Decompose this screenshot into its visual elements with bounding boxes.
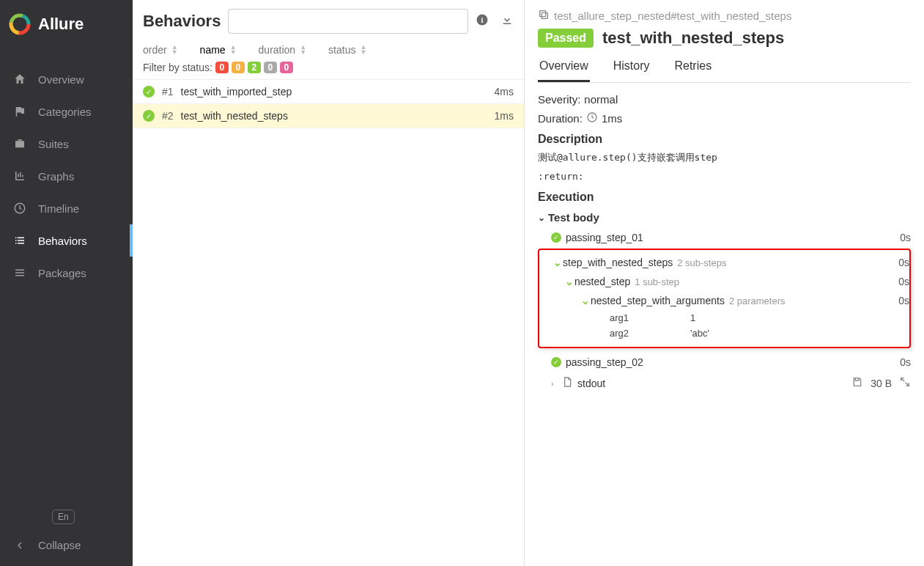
nav-label: Graphs — [38, 170, 74, 183]
status-filter-skipped[interactable]: 0 — [264, 62, 277, 73]
sort-arrows-icon: ▲▼ — [171, 45, 178, 55]
tab-overview[interactable]: Overview — [538, 54, 590, 82]
info-icon[interactable]: i — [476, 13, 489, 30]
nav-label: Suites — [38, 138, 69, 150]
nav-label: Overview — [38, 73, 84, 86]
svg-text:i: i — [481, 15, 484, 23]
brand-title: Allure — [38, 15, 84, 34]
sidebar-item-graphs[interactable]: Graphs — [0, 160, 133, 192]
breadcrumb-text: test_allure_step_nested#test_with_nested… — [554, 10, 791, 22]
layers-icon — [12, 266, 28, 279]
panel-title: Behaviors — [143, 12, 221, 31]
save-icon[interactable] — [851, 376, 863, 390]
sidebar: Allure Overview Categories Suites Graphs… — [0, 0, 133, 566]
row-num: #1 — [162, 86, 174, 98]
step-name: nested_step — [574, 276, 630, 287]
step-row[interactable]: ⌄ nested_step1 sub-step 0s — [539, 272, 909, 291]
language-selector[interactable]: En — [52, 510, 75, 524]
svg-rect-7 — [542, 12, 547, 18]
attachment-row[interactable]: › stdout 30 B — [538, 372, 911, 394]
sidebar-item-suites[interactable]: Suites — [0, 128, 133, 160]
status-filter-passed[interactable]: 2 — [248, 62, 261, 73]
tab-retries[interactable]: Retries — [673, 54, 713, 82]
row-num: #2 — [162, 110, 174, 122]
briefcase-icon — [12, 137, 28, 150]
search-input[interactable] — [228, 9, 468, 34]
step-name: passing_step_02 — [566, 356, 900, 368]
duration-label: Duration: — [538, 112, 583, 125]
chevron-left-icon — [12, 540, 28, 551]
clock-icon — [12, 202, 28, 215]
filter-row: Filter by status: 0 0 2 0 0 — [133, 60, 524, 79]
description-line: :return: — [538, 169, 911, 184]
chevron-down-icon: ⌄ — [552, 257, 563, 268]
download-icon[interactable] — [500, 13, 514, 30]
sidebar-item-packages[interactable]: Packages — [0, 257, 133, 289]
detail-panel: test_allure_step_nested#test_with_nested… — [525, 0, 924, 566]
sort-duration[interactable]: duration▲▼ — [259, 44, 307, 56]
nav-label: Behaviors — [38, 235, 87, 247]
passed-icon: ✓ — [551, 232, 561, 243]
chevron-down-icon: ⌄ — [580, 295, 591, 306]
sort-order[interactable]: order▲▼ — [143, 44, 178, 56]
expand-icon[interactable] — [899, 376, 911, 390]
test-row[interactable]: ✓ #1 test_with_imported_step 4ms — [133, 80, 524, 104]
step-duration: 0s — [900, 232, 911, 243]
sidebar-item-behaviors[interactable]: Behaviors — [0, 224, 133, 257]
step-sub: 2 parameters — [729, 295, 786, 306]
step-row[interactable]: ✓ passing_step_01 0s — [538, 228, 911, 247]
test-body-toggle[interactable]: ⌄ Test body — [538, 211, 911, 224]
passed-icon: ✓ — [143, 86, 155, 98]
status-filter-failed[interactable]: 0 — [215, 62, 229, 73]
sidebar-item-overview[interactable]: Overview — [0, 63, 133, 95]
row-duration: 4ms — [495, 86, 514, 98]
step-duration: 0s — [898, 276, 909, 287]
allure-logo-icon — [9, 13, 31, 35]
step-row[interactable]: ✓ passing_step_02 0s — [538, 353, 911, 372]
status-filter-broken[interactable]: 0 — [232, 62, 245, 73]
execution-heading: Execution — [538, 191, 911, 204]
logo-row: Allure — [0, 0, 133, 48]
sidebar-footer: En Collapse — [0, 502, 133, 566]
passed-icon: ✓ — [143, 110, 155, 122]
step-row[interactable]: ⌄ nested_step_with_arguments2 parameters… — [539, 291, 909, 310]
sidebar-item-categories[interactable]: Categories — [0, 95, 133, 128]
clock-icon — [586, 111, 598, 125]
sidebar-item-timeline[interactable]: Timeline — [0, 192, 133, 224]
param-row: arg1 1 — [539, 310, 909, 326]
nav: Overview Categories Suites Graphs Timeli… — [0, 48, 133, 502]
step-name: passing_step_01 — [566, 232, 900, 243]
row-name: test_with_nested_steps — [181, 110, 495, 122]
copy-icon[interactable] — [538, 9, 550, 23]
sort-name[interactable]: name▲▼ — [200, 44, 237, 56]
status-filter-unknown[interactable]: 0 — [280, 62, 293, 73]
breadcrumb: test_allure_step_nested#test_with_nested… — [538, 9, 911, 23]
svg-rect-8 — [540, 11, 546, 17]
sort-arrows-icon: ▲▼ — [230, 45, 237, 55]
sort-status[interactable]: status▲▼ — [328, 44, 366, 56]
collapse-button[interactable]: Collapse — [12, 539, 121, 551]
sort-arrows-icon: ▲▼ — [360, 45, 366, 55]
severity-line: Severity: normal — [538, 93, 911, 106]
tab-history[interactable]: History — [612, 54, 651, 82]
nav-label: Packages — [38, 267, 86, 279]
param-value: 1 — [690, 312, 695, 323]
test-row[interactable]: ✓ #2 test_with_nested_steps 1ms — [133, 104, 524, 128]
chevron-down-icon: ⌄ — [564, 276, 574, 287]
step-name: step_with_nested_steps — [563, 257, 673, 268]
step-duration: 0s — [898, 295, 909, 306]
nav-label: Categories — [38, 106, 92, 118]
severity-value: normal — [584, 93, 618, 106]
step-name: nested_step_with_arguments — [591, 295, 725, 306]
test-list: ✓ #1 test_with_imported_step 4ms ✓ #2 te… — [133, 79, 524, 128]
description-line: 测试@allure.step()支持嵌套调用step — [538, 150, 911, 165]
status-badge: Passed — [538, 29, 594, 48]
chevron-down-icon: ⌄ — [538, 213, 545, 223]
list-icon — [12, 234, 28, 247]
chart-icon — [12, 169, 28, 183]
filter-label: Filter by status: — [143, 62, 212, 73]
step-row[interactable]: ⌄ step_with_nested_steps2 sub-steps 0s — [539, 253, 909, 272]
tabs: Overview History Retries — [538, 54, 911, 83]
step-duration: 0s — [898, 257, 909, 268]
param-key: arg2 — [610, 328, 690, 339]
